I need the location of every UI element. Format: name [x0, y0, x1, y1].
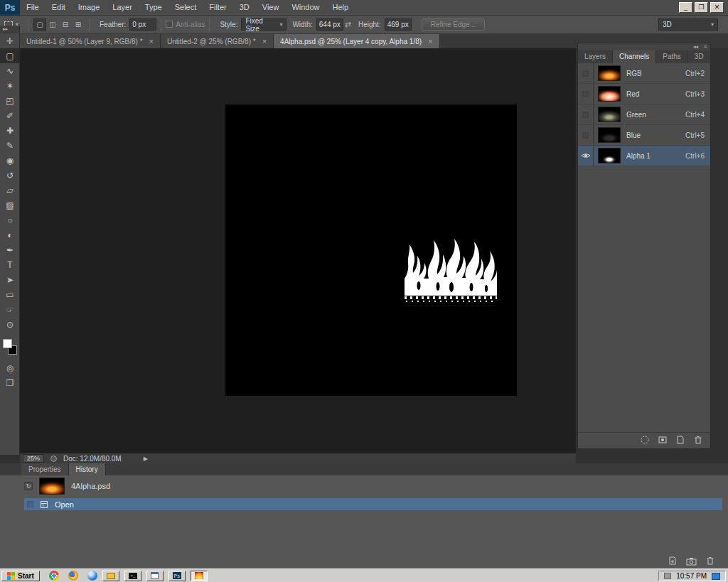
- menu-type[interactable]: Type: [139, 0, 168, 15]
- collapse-panel-icon[interactable]: ◂◂: [693, 43, 698, 50]
- visibility-toggle[interactable]: [578, 104, 594, 125]
- tab-channels[interactable]: Channels: [613, 50, 656, 63]
- eyedropper-tool[interactable]: ✐: [0, 108, 20, 123]
- history-state-open[interactable]: Open: [24, 498, 722, 510]
- tab-history[interactable]: History: [69, 463, 106, 475]
- firefox-icon[interactable]: [68, 571, 78, 581]
- panel-menu-icon[interactable]: ≡: [704, 43, 707, 50]
- tab-paths[interactable]: Paths: [656, 50, 688, 63]
- rectangle-tool[interactable]: ▭: [0, 287, 20, 302]
- status-menu-arrow-icon[interactable]: ▶: [144, 456, 148, 462]
- visibility-toggle[interactable]: [578, 125, 594, 146]
- tab-3d[interactable]: 3D: [688, 50, 711, 63]
- restore-button[interactable]: ❐: [695, 2, 708, 13]
- new-snapshot-button[interactable]: [686, 556, 697, 566]
- zoom-tool[interactable]: ⊙: [0, 317, 20, 332]
- new-channel-button[interactable]: [675, 435, 685, 445]
- menu-image[interactable]: Image: [72, 0, 107, 15]
- taskbar-item-notepad[interactable]: [146, 571, 164, 581]
- healing-brush-tool[interactable]: ✚: [0, 123, 20, 138]
- save-selection-button[interactable]: [658, 435, 668, 445]
- healing-brush-icon: ✚: [6, 126, 14, 135]
- close-icon[interactable]: ×: [149, 38, 154, 45]
- channel-row-blue[interactable]: Blue Ctrl+5: [578, 125, 710, 146]
- screen-mode-button[interactable]: ❐: [0, 375, 20, 390]
- blur-tool[interactable]: ○: [0, 212, 20, 227]
- taskbar-item-photoshop[interactable]: Ps: [168, 571, 186, 581]
- feather-input[interactable]: [129, 18, 156, 31]
- clone-stamp-tool[interactable]: ◉: [0, 153, 20, 168]
- style-dropdown[interactable]: Fixed Size ▾: [241, 18, 287, 31]
- new-document-from-state-button[interactable]: [668, 556, 678, 566]
- add-to-selection-button[interactable]: ◫: [46, 18, 59, 31]
- close-icon[interactable]: ×: [262, 38, 267, 45]
- path-selection-tool[interactable]: ➤: [0, 272, 20, 287]
- dodge-tool[interactable]: ◐: [0, 227, 20, 242]
- intersect-selection-button[interactable]: ⊞: [72, 18, 85, 31]
- delete-channel-button[interactable]: [693, 435, 703, 445]
- tab-properties[interactable]: Properties: [21, 463, 69, 475]
- quick-mask-button[interactable]: ◎: [0, 360, 20, 375]
- tab-untitled-1[interactable]: Untitled-1 @ 50% (Layer 9, RGB/8) * ×: [20, 34, 161, 48]
- minimize-button[interactable]: _: [679, 2, 692, 13]
- browser-globe-icon[interactable]: [87, 571, 97, 581]
- new-selection-button[interactable]: ▢: [33, 18, 46, 31]
- taskbar-item-console[interactable]: >_: [124, 571, 141, 581]
- channel-row-green[interactable]: Green Ctrl+4: [578, 104, 710, 125]
- zoom-level-field[interactable]: 25%: [23, 454, 44, 463]
- close-icon[interactable]: ×: [428, 38, 432, 45]
- menu-file[interactable]: File: [20, 0, 46, 15]
- type-tool[interactable]: T: [0, 257, 20, 272]
- menu-3d[interactable]: 3D: [233, 0, 256, 15]
- tab-untitled-2[interactable]: Untitled-2 @ 25% (RGB/8) * ×: [161, 34, 274, 48]
- lasso-tool[interactable]: ∿: [0, 63, 20, 78]
- workspace-switcher[interactable]: 3D ▾: [658, 18, 718, 31]
- load-selection-button[interactable]: [640, 435, 650, 445]
- menu-window[interactable]: Window: [285, 0, 326, 15]
- delete-state-button[interactable]: [705, 556, 715, 566]
- swap-dimensions-icon[interactable]: ⇄: [345, 20, 351, 29]
- history-snapshot-row[interactable]: ↻ 4Alpha.psd: [0, 475, 728, 497]
- rectangular-marquee-tool[interactable]: ▢: [0, 48, 20, 63]
- history-brush-tool[interactable]: ↺: [0, 168, 20, 183]
- tray-display-icon[interactable]: [712, 573, 720, 580]
- magic-wand-tool[interactable]: ✶: [0, 78, 20, 93]
- crop-tool[interactable]: ◰: [0, 93, 20, 108]
- tray-status-icon[interactable]: [664, 573, 671, 579]
- channel-row-rgb[interactable]: RGB Ctrl+2: [578, 63, 710, 84]
- pen-tool[interactable]: ✒: [0, 242, 20, 257]
- history-state-checkbox[interactable]: [27, 501, 33, 507]
- taskbar-item-active-document[interactable]: [191, 571, 208, 581]
- menu-select[interactable]: Select: [168, 0, 203, 15]
- close-button[interactable]: ✕: [710, 2, 724, 13]
- menu-filter[interactable]: Filter: [203, 0, 232, 15]
- start-button[interactable]: Start: [1, 571, 40, 581]
- width-input[interactable]: [316, 18, 343, 31]
- tab-layers[interactable]: Layers: [578, 50, 613, 63]
- gradient-tool[interactable]: ▨: [0, 198, 20, 212]
- document-canvas[interactable]: [225, 104, 517, 396]
- channel-row-red[interactable]: Red Ctrl+3: [578, 84, 710, 104]
- foreground-color-swatch[interactable]: [3, 339, 12, 348]
- move-tool[interactable]: ✛: [0, 33, 20, 48]
- canvas-pasteboard[interactable]: [20, 48, 576, 453]
- chrome-icon[interactable]: [49, 571, 59, 581]
- visibility-toggle[interactable]: [578, 146, 594, 166]
- menu-layer[interactable]: Layer: [106, 0, 139, 15]
- load-selection-icon: [640, 435, 650, 445]
- menu-view[interactable]: View: [256, 0, 286, 15]
- menu-edit[interactable]: Edit: [46, 0, 72, 15]
- channel-row-alpha-1[interactable]: Alpha 1 Ctrl+6: [578, 146, 710, 166]
- height-input[interactable]: [385, 18, 412, 31]
- menu-help[interactable]: Help: [326, 0, 355, 15]
- hand-tool[interactable]: ☞: [0, 302, 20, 317]
- tab-4alpha-psd[interactable]: 4Alpha.psd @ 25% (Layer 4 copy, Alpha 1/…: [274, 34, 439, 48]
- taskbar-item-explorer[interactable]: [102, 571, 119, 581]
- history-source-toggle[interactable]: ↻: [24, 482, 33, 490]
- visibility-toggle[interactable]: [578, 84, 594, 104]
- visibility-toggle[interactable]: [578, 63, 594, 84]
- subtract-from-selection-button[interactable]: ⊟: [59, 18, 72, 31]
- eraser-tool[interactable]: ▱: [0, 183, 20, 198]
- brush-tool[interactable]: ✎: [0, 138, 20, 153]
- collapse-tools-button[interactable]: ▸▸: [0, 26, 19, 33]
